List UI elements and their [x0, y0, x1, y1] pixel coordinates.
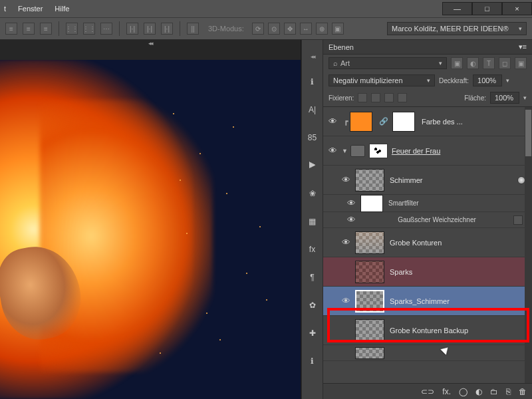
zoom3d-icon[interactable]: ⊕ — [316, 23, 328, 35]
lock-position-icon[interactable] — [384, 93, 394, 102]
collapse-handle[interactable]: ◂◂ — [311, 53, 315, 60]
align-left-icon[interactable]: ≡ — [5, 23, 17, 35]
spacing-icon[interactable]: |·| — [126, 23, 138, 35]
layer-row[interactable]: Grobe Konturen Backup — [323, 316, 532, 345]
adjustments-icon[interactable]: ✿ — [307, 299, 319, 311]
spacing-v-icon[interactable]: |·| — [144, 23, 156, 35]
filter-pixel-icon[interactable]: ▣ — [451, 57, 463, 69]
filter-smart-icon[interactable]: ▣ — [515, 57, 527, 69]
distribute-h-icon[interactable]: ⋯ — [100, 23, 112, 35]
mask-thumbnail[interactable] — [392, 112, 415, 132]
blend-mode-dropdown[interactable]: Negativ multiplizieren ▾ — [329, 74, 435, 86]
group-mask-thumbnail[interactable] — [369, 144, 388, 158]
layer-name[interactable]: Feuer der Frau — [392, 147, 440, 155]
visibility-toggle[interactable]: 👁 — [342, 215, 360, 225]
chevron-down-icon[interactable]: ▾ — [523, 94, 527, 101]
character-icon[interactable]: A| — [307, 104, 319, 116]
auto-align-icon[interactable]: || — [187, 23, 199, 35]
visibility-toggle[interactable]: 👁 — [336, 296, 355, 306]
play-icon[interactable]: ⯈ — [307, 160, 319, 172]
styles-icon[interactable]: fx — [307, 243, 319, 255]
visibility-toggle[interactable]: 👁 — [336, 175, 355, 185]
layer-thumbnail[interactable] — [355, 261, 384, 283]
maximize-button[interactable]: □ — [472, 2, 502, 15]
fill-input[interactable]: 100% — [490, 92, 519, 104]
visibility-toggle[interactable]: 👁 — [342, 198, 360, 208]
layer-name[interactable]: Sparks — [390, 268, 412, 276]
filter-type-icon[interactable]: T — [483, 57, 495, 69]
filter-mask-thumbnail[interactable] — [360, 195, 383, 212]
lock-transparency-icon[interactable] — [358, 93, 367, 102]
document-canvas[interactable]: ◂◂ — [0, 40, 301, 399]
orbit3d-icon[interactable]: ⟳ — [252, 23, 264, 35]
visibility-toggle[interactable]: 👁 — [323, 116, 342, 126]
layer-row[interactable]: 👁 Schimmer — [323, 166, 532, 195]
fx-icon[interactable]: fx. — [442, 387, 451, 396]
layer-group-row[interactable]: 👁 ▼ Feuer der Frau — [323, 136, 532, 166]
paragraph-icon[interactable]: ¶ — [307, 271, 319, 283]
layer-thumbnail[interactable] — [355, 290, 384, 313]
align-right-icon[interactable]: ≡ — [40, 23, 52, 35]
layer-thumbnail[interactable] — [355, 231, 384, 254]
spacing-e-icon[interactable]: |·| — [161, 23, 173, 35]
close-button[interactable]: × — [502, 2, 532, 15]
layer-name[interactable]: Grobe Konturen Backup — [390, 327, 468, 334]
menu-item-help[interactable]: Hilfe — [55, 5, 69, 13]
panel-menu-icon[interactable]: ▾≡ — [519, 43, 527, 51]
slide3d-icon[interactable]: ↔ — [300, 23, 312, 35]
layer-thumbnail[interactable] — [355, 319, 384, 342]
scrollbar[interactable] — [525, 107, 532, 383]
filter-options-icon[interactable] — [513, 215, 523, 225]
filter-adjust-icon[interactable]: ◐ — [467, 57, 479, 69]
lock-all-icon[interactable] — [398, 93, 407, 102]
layer-filter-dropdown[interactable]: ⌕ Art ▾ — [329, 57, 447, 69]
folder-icon — [350, 145, 365, 157]
properties-icon[interactable]: ℹ︎ — [307, 355, 319, 367]
filter-row[interactable]: 👁 Gaußscher Weichzeichner — [323, 212, 532, 228]
mask-icon[interactable]: ◯ — [459, 387, 467, 396]
layer-name[interactable]: Sparks_Schimmer — [390, 297, 450, 305]
menu-item-window[interactable]: Fenster — [18, 5, 43, 13]
roll3d-icon[interactable]: ⊙ — [268, 23, 280, 35]
align-center-icon[interactable]: ≡ — [23, 23, 35, 35]
history-icon[interactable]: ✚ — [307, 327, 319, 339]
grid-icon[interactable]: ▦ — [307, 215, 319, 227]
chevron-down-icon[interactable]: ▾ — [506, 77, 509, 84]
layer-thumbnail[interactable] — [350, 112, 372, 132]
panel-title-layers[interactable]: Ebenen — [329, 43, 354, 51]
link-layers-icon[interactable]: ⊂⊃ — [421, 387, 434, 396]
group-icon[interactable]: 🗀 — [490, 387, 498, 396]
layer-row[interactable]: 👁 Grobe Konturen — [323, 228, 532, 257]
layer-row[interactable]: 👁 ┏ 🔗 Farbe des ... — [323, 107, 532, 136]
minimize-button[interactable]: — — [442, 2, 472, 15]
camera3d-icon[interactable]: ▣ — [332, 23, 344, 35]
layer-row[interactable]: Sparks — [323, 257, 532, 287]
swatches-icon[interactable]: 85 — [307, 132, 319, 144]
layer-row[interactable] — [323, 345, 532, 361]
color-icon[interactable]: ❀ — [307, 188, 319, 200]
pan3d-icon[interactable]: ✥ — [284, 23, 296, 35]
layer-name[interactable]: Schimmer — [390, 176, 423, 184]
visibility-toggle[interactable]: 👁 — [323, 146, 342, 156]
info-icon[interactable]: ℹ︎ — [307, 76, 319, 88]
menu-item[interactable]: t — [4, 5, 6, 13]
filter-shape-icon[interactable]: ◻ — [499, 57, 511, 69]
layer-thumbnail[interactable] — [355, 169, 384, 192]
layer-thumbnail[interactable] — [355, 347, 384, 359]
opacity-input[interactable]: 100% — [473, 74, 502, 86]
adjustment-icon[interactable]: ◐ — [475, 387, 482, 396]
layer-row-selected[interactable]: 👁 Sparks_Schimmer — [323, 287, 532, 316]
disclosure-triangle-icon[interactable]: ▼ — [342, 148, 348, 154]
visibility-toggle[interactable]: 👁 — [336, 237, 355, 247]
distribute-icon[interactable]: ⋮⋮ — [66, 23, 78, 35]
lock-pixels-icon[interactable] — [371, 93, 380, 102]
collapse-handle[interactable]: ◂◂ — [0, 40, 301, 47]
new-layer-icon[interactable]: ⎘ — [506, 387, 511, 396]
layer-name[interactable]: Grobe Konturen — [390, 239, 442, 247]
scrollbar-thumb[interactable] — [525, 110, 531, 156]
user-dropdown[interactable]: Marco Kolditz, MEER DER IDEEN® ▾ — [387, 22, 527, 35]
trash-icon[interactable]: 🗑 — [519, 387, 527, 396]
distribute-v-icon[interactable]: ⋮⋮ — [83, 23, 95, 35]
smart-filter-header[interactable]: 👁 Smartfilter — [323, 195, 532, 212]
layer-name[interactable]: Farbe des ... — [422, 118, 463, 126]
